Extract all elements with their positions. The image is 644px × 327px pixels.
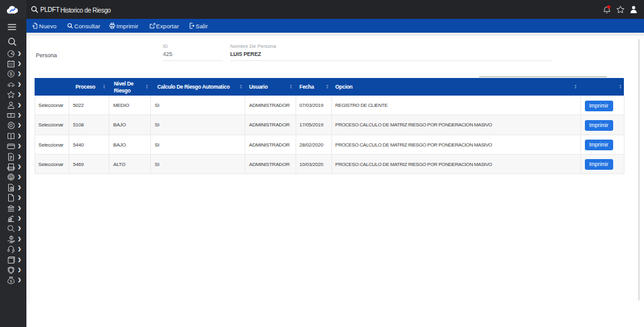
svg-text:$: $ xyxy=(11,187,13,190)
svg-text:$: $ xyxy=(10,72,13,76)
svg-text:$: $ xyxy=(10,279,12,283)
svg-text:$: $ xyxy=(10,113,12,117)
svg-text:$: $ xyxy=(10,175,13,179)
